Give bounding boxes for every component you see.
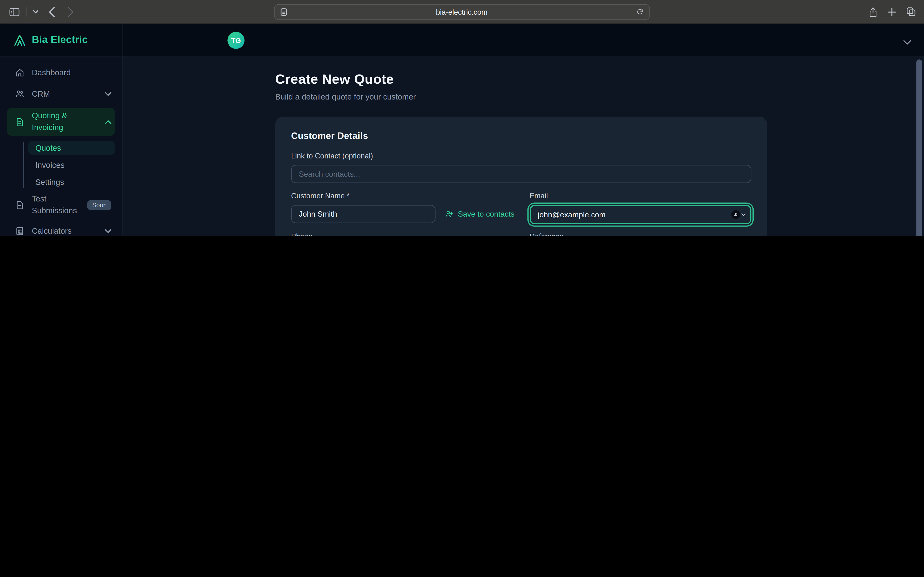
- home-icon: [15, 68, 24, 77]
- email-label: Email: [529, 192, 751, 200]
- header-chevron-down-icon[interactable]: [903, 37, 911, 47]
- save-to-contacts-link[interactable]: Save to contacts: [445, 210, 514, 219]
- page-title: Create New Quote: [275, 71, 924, 87]
- main-content: Create New Quote Build a detailed quote …: [123, 57, 924, 235]
- top-header: TG: [123, 24, 924, 57]
- reference-label: Reference: [529, 232, 751, 235]
- toolbar-divider: [26, 7, 27, 16]
- tab-overview-icon[interactable]: [906, 7, 916, 16]
- chevron-down-icon: [105, 92, 111, 96]
- sidebar-toggle-icon[interactable]: [10, 8, 19, 16]
- sidebar-item-crm[interactable]: CRM: [7, 87, 115, 101]
- browser-toolbar: bia-electric.com: [0, 0, 924, 24]
- brand-logo[interactable]: Bia Electric: [0, 24, 122, 57]
- chevron-up-icon: [105, 120, 111, 124]
- sidebar-item-test-submissions[interactable]: Test Submissions Soon: [7, 193, 115, 218]
- sidebar-subitem-settings[interactable]: Settings: [28, 175, 115, 189]
- autofill-contact-icon[interactable]: [731, 210, 745, 219]
- reload-icon[interactable]: [636, 8, 643, 16]
- users-icon: [15, 89, 24, 98]
- forward-button-icon: [68, 7, 74, 17]
- email-input[interactable]: [529, 205, 751, 224]
- sidebar-chevron-icon[interactable]: [33, 10, 38, 14]
- brand-name: Bia Electric: [32, 34, 88, 46]
- calculator-icon: [15, 227, 24, 235]
- sidebar-item-dashboard[interactable]: Dashboard: [7, 65, 115, 80]
- reader-mode-icon[interactable]: [281, 8, 287, 16]
- new-tab-icon[interactable]: [887, 8, 897, 16]
- page-subtitle: Build a detailed quote for your customer: [275, 92, 924, 101]
- back-button-icon[interactable]: [49, 7, 55, 17]
- chevron-down-icon: [105, 229, 111, 233]
- phone-label: Phone: [291, 232, 513, 235]
- customer-name-label: Customer Name *: [291, 192, 513, 200]
- search-contacts-input[interactable]: [291, 165, 751, 183]
- app-window: bia-electric.com: [0, 0, 924, 235]
- quoting-submenu: Quotes Invoices Settings: [23, 141, 115, 189]
- address-bar[interactable]: bia-electric.com: [274, 4, 650, 20]
- link-contact-label: Link to Contact (optional): [291, 152, 751, 160]
- sidebar-item-calculators[interactable]: Calculators: [7, 224, 115, 235]
- file-text-icon: [15, 118, 24, 126]
- url-text[interactable]: bia-electric.com: [287, 8, 636, 16]
- soon-badge: Soon: [87, 200, 111, 210]
- customer-details-heading: Customer Details: [291, 131, 751, 141]
- sidebar-nav: Dashboard CRM Quoting & Invoicing Quotes…: [0, 57, 122, 235]
- share-icon[interactable]: [869, 7, 877, 17]
- submenu-rail: [23, 142, 24, 188]
- scrollbar-thumb[interactable]: [916, 60, 922, 235]
- customer-name-input[interactable]: [291, 205, 436, 223]
- sidebar-subitem-quotes[interactable]: Quotes: [28, 141, 115, 155]
- sidebar-item-quoting-invoicing[interactable]: Quoting & Invoicing: [7, 108, 115, 136]
- avatar[interactable]: TG: [228, 32, 244, 49]
- sidebar-subitem-invoices[interactable]: Invoices: [28, 158, 115, 172]
- file-icon: [15, 200, 24, 210]
- customer-details-card: Customer Details Link to Contact (option…: [275, 117, 767, 235]
- sidebar: Bia Electric Dashboard CRM Quoting & Inv…: [0, 24, 123, 235]
- user-plus-icon: [445, 210, 454, 219]
- bia-logo-icon: [13, 33, 26, 47]
